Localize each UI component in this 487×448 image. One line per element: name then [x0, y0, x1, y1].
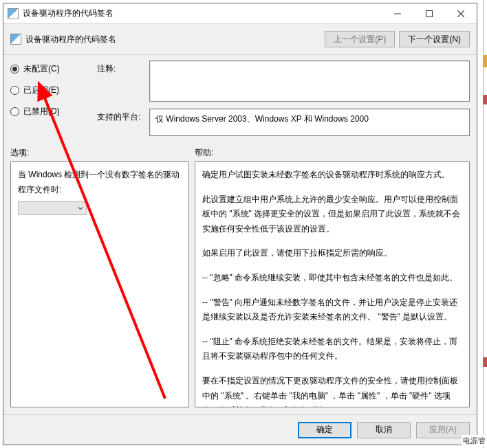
minimize-button[interactable]: [382, 3, 413, 23]
window-title: 设备驱动程序的代码签名: [23, 8, 382, 19]
radio-disabled[interactable]: 已禁用(D): [10, 106, 93, 117]
svg-rect-1: [426, 10, 433, 16]
dialog-body: 未配置(C) 已启用(E) 已禁用(D) 注释: 支持的平台: 仅 Window…: [3, 56, 477, 414]
radio-not-configured[interactable]: 未配置(C): [10, 63, 93, 75]
cancel-button[interactable]: 取消: [357, 422, 411, 438]
top-grid: 未配置(C) 已启用(E) 已禁用(D) 注释: 支持的平台: 仅 Window…: [10, 60, 470, 136]
help-p2: 此设置建立组中用户系统上允许的最少安全响应。用户可以使用控制面板中的 "系统" …: [202, 192, 462, 237]
dialog-window: 设备驱动程序的代码签名 设备驱动程序的代码签名 上一个设置(P) 下一个设置(N…: [3, 3, 477, 445]
help-p5: -- "警告" 向用户通知未经数字签名的文件，并让用户决定是停止安装还是继续安装…: [202, 295, 462, 325]
app-icon: [8, 8, 19, 19]
ok-button[interactable]: 确定: [298, 422, 351, 438]
platform-text: 仅 Windows Server 2003、Windows XP 和 Windo…: [155, 114, 369, 124]
divider: [3, 54, 477, 55]
radio-label: 已禁用(D): [23, 106, 60, 117]
window-buttons: [382, 3, 477, 23]
radio-indicator: [10, 65, 19, 74]
dialog-footer: 确定 取消 应用(A): [3, 414, 477, 445]
next-setting-button[interactable]: 下一个设置(N): [399, 31, 470, 47]
chevron-down-icon: [78, 205, 83, 211]
radio-indicator: [10, 107, 19, 116]
prev-setting-button[interactable]: 上一个设置(P): [325, 31, 395, 47]
radio-enabled[interactable]: 已启用(E): [10, 85, 93, 96]
response-dropdown[interactable]: [18, 201, 87, 215]
peek-item: [483, 357, 487, 367]
radio-indicator: [10, 86, 19, 95]
close-button[interactable]: [445, 3, 477, 23]
help-p4: -- "忽略" 命令系统继续安装，即使其中包含未经签名的文件也是如此。: [202, 271, 462, 286]
peek-label: 电源管: [462, 435, 487, 447]
platform-label: 支持的平台:: [97, 109, 145, 123]
help-p7: 要在不指定设置的情况下更改驱动程序文件的安全性，请使用控制面板中的 "系统" 。…: [202, 374, 462, 407]
options-text: 当 Windows 检测到一个没有数字签名的驱动程序文件时:: [18, 168, 182, 197]
help-label: 帮助:: [195, 147, 213, 159]
help-panel: 确定用户试图安装未经数字签名的设备驱动程序时系统的响应方式。 此设置建立组中用户…: [195, 161, 470, 407]
options-label: 选项:: [10, 147, 195, 159]
section-labels: 选项: 帮助:: [10, 147, 470, 159]
help-p6: -- "阻止" 命令系统拒绝安装未经签名的文件。结果是，安装将停止，而且将不安装…: [202, 335, 462, 364]
policy-title: 设备驱动程序的代码签名: [25, 34, 321, 45]
titlebar: 设备驱动程序的代码签名: [3, 3, 477, 24]
state-radios: 未配置(C) 已启用(E) 已禁用(D): [10, 60, 93, 117]
peek-item: [483, 55, 487, 67]
help-p3: 如果启用了此设置，请使用下拉框指定所需的响应。: [202, 246, 462, 261]
lower-panels: 当 Windows 检测到一个没有数字签名的驱动程序文件时: 确定用户试图安装未…: [10, 161, 470, 407]
policy-icon: [10, 34, 21, 45]
comment-textarea[interactable]: [149, 60, 470, 102]
maximize-button[interactable]: [413, 3, 445, 23]
header-row: 设备驱动程序的代码签名 上一个设置(P) 下一个设置(N): [3, 24, 477, 52]
comment-label: 注释:: [97, 60, 145, 75]
background-window-edge: [483, 0, 487, 448]
platform-box: 仅 Windows Server 2003、Windows XP 和 Windo…: [149, 109, 470, 136]
radio-label: 已启用(E): [23, 85, 59, 96]
help-p1: 确定用户试图安装未经数字签名的设备驱动程序时系统的响应方式。: [202, 168, 462, 183]
peek-item: [483, 95, 487, 104]
options-panel: 当 Windows 检测到一个没有数字签名的驱动程序文件时:: [10, 161, 189, 407]
radio-label: 未配置(C): [23, 63, 60, 75]
